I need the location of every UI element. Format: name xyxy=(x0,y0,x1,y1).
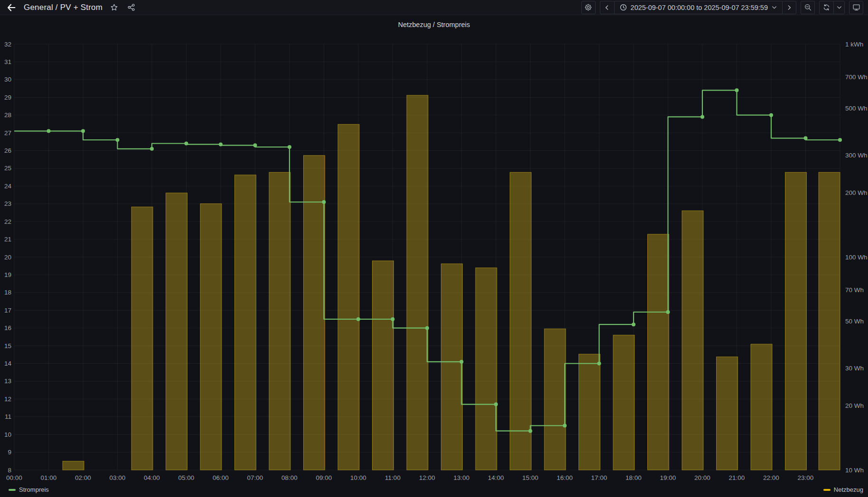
time-range-controls: 2025-09-07 00:00:00 to 2025-09-07 23:59:… xyxy=(600,1,796,14)
svg-text:19: 19 xyxy=(4,271,11,278)
star-icon xyxy=(110,3,118,11)
svg-text:20: 20 xyxy=(4,254,11,261)
chevron-down-icon xyxy=(836,4,842,10)
svg-text:17:00: 17:00 xyxy=(591,474,607,481)
magnifier-minus-icon xyxy=(804,3,812,11)
svg-text:10:00: 10:00 xyxy=(350,474,366,481)
refresh-icon xyxy=(822,3,831,11)
svg-text:29: 29 xyxy=(4,94,11,101)
svg-text:07:00: 07:00 xyxy=(247,474,263,481)
svg-text:04:00: 04:00 xyxy=(144,474,160,481)
monitor-icon xyxy=(852,3,860,11)
svg-text:12:00: 12:00 xyxy=(419,474,435,481)
svg-text:02:00: 02:00 xyxy=(75,474,91,481)
toolbar: General / PV + Strom xyxy=(0,0,868,15)
star-button[interactable] xyxy=(108,2,120,13)
svg-text:14: 14 xyxy=(4,360,12,367)
time-range-text: 2025-09-07 00:00:00 to 2025-09-07 23:59:… xyxy=(631,4,768,11)
svg-text:08:00: 08:00 xyxy=(281,474,298,481)
share-button[interactable] xyxy=(125,2,137,13)
svg-text:500 Wh: 500 Wh xyxy=(845,105,868,112)
svg-text:32: 32 xyxy=(4,41,11,48)
svg-text:16:00: 16:00 xyxy=(557,474,573,481)
svg-text:05:00: 05:00 xyxy=(178,474,195,481)
chevron-down-icon xyxy=(771,4,777,10)
breadcrumb[interactable]: General / PV + Strom xyxy=(24,3,103,12)
svg-text:18: 18 xyxy=(4,289,11,296)
time-range-picker-button[interactable]: 2025-09-07 00:00:00 to 2025-09-07 23:59:… xyxy=(614,1,782,14)
dashboard-settings-button[interactable] xyxy=(581,1,596,14)
svg-text:09:00: 09:00 xyxy=(316,474,332,481)
svg-text:26: 26 xyxy=(4,147,11,154)
right-axis-labels: 10 Wh20 Wh30 Wh50 Wh70 Wh100 Wh200 Wh300… xyxy=(845,41,868,474)
chevron-right-icon xyxy=(786,4,793,11)
svg-text:11:00: 11:00 xyxy=(385,474,401,481)
svg-text:00:00: 00:00 xyxy=(6,474,22,481)
svg-text:03:00: 03:00 xyxy=(110,474,126,481)
svg-text:30 Wh: 30 Wh xyxy=(845,365,864,372)
kiosk-mode-button[interactable] xyxy=(849,1,863,14)
svg-text:25: 25 xyxy=(4,165,11,172)
panel-title[interactable]: Netzbezug / Strompreis xyxy=(0,21,868,28)
svg-text:12: 12 xyxy=(4,396,11,403)
svg-text:9: 9 xyxy=(8,449,11,456)
svg-text:13:00: 13:00 xyxy=(454,474,470,481)
share-icon xyxy=(127,3,135,11)
legend-label-netzbezug: Netzbezug xyxy=(834,486,863,493)
legend-label-strompreis: Strompreis xyxy=(19,486,49,493)
svg-text:22: 22 xyxy=(4,218,11,225)
svg-text:15:00: 15:00 xyxy=(523,474,539,481)
svg-text:31: 31 xyxy=(4,58,11,65)
time-range-back-button[interactable] xyxy=(600,1,614,14)
svg-text:200 Wh: 200 Wh xyxy=(845,189,868,196)
svg-text:24: 24 xyxy=(4,183,12,190)
svg-text:16: 16 xyxy=(4,324,11,331)
netzbezug-series-swatch xyxy=(823,489,831,491)
zoom-out-button[interactable] xyxy=(801,1,815,14)
svg-text:700 Wh: 700 Wh xyxy=(845,74,868,81)
svg-text:06:00: 06:00 xyxy=(213,474,229,481)
chevron-left-icon xyxy=(604,4,610,11)
svg-text:15: 15 xyxy=(4,342,11,350)
chart-canvas[interactable]: 8910111213141516171819202122232425262728… xyxy=(0,0,868,497)
svg-text:21:00: 21:00 xyxy=(729,474,745,481)
svg-text:10: 10 xyxy=(4,431,11,438)
time-range-forward-button[interactable] xyxy=(782,1,796,14)
svg-text:14:00: 14:00 xyxy=(488,474,504,481)
svg-text:20:00: 20:00 xyxy=(694,474,710,481)
svg-text:19:00: 19:00 xyxy=(660,474,676,481)
svg-text:22:00: 22:00 xyxy=(763,474,779,481)
netzbezug-bars xyxy=(63,95,840,470)
refresh-controls xyxy=(819,1,845,14)
svg-text:23: 23 xyxy=(4,200,11,207)
svg-text:300 Wh: 300 Wh xyxy=(845,152,868,159)
gear-icon xyxy=(584,3,592,11)
left-axis-labels: 8910111213141516171819202122232425262728… xyxy=(4,41,12,474)
back-button[interactable] xyxy=(5,1,18,14)
refresh-button[interactable] xyxy=(819,1,833,14)
clock-icon xyxy=(619,3,627,11)
svg-text:20 Wh: 20 Wh xyxy=(845,402,864,409)
svg-text:28: 28 xyxy=(4,111,11,119)
svg-text:23:00: 23:00 xyxy=(798,474,814,481)
svg-text:18:00: 18:00 xyxy=(625,474,642,481)
svg-text:100 Wh: 100 Wh xyxy=(845,254,868,261)
svg-text:1 kWh: 1 kWh xyxy=(845,41,863,48)
legend-item-netzbezug[interactable]: Netzbezug xyxy=(823,486,863,493)
svg-text:50 Wh: 50 Wh xyxy=(845,318,864,325)
svg-text:30: 30 xyxy=(4,76,11,83)
refresh-interval-dropdown[interactable] xyxy=(833,1,845,14)
svg-text:17: 17 xyxy=(4,307,11,314)
svg-text:8: 8 xyxy=(8,467,11,474)
legend-item-strompreis[interactable]: Strompreis xyxy=(9,486,49,493)
x-axis-labels: 00:0001:0002:0003:0004:0005:0006:0007:00… xyxy=(6,474,813,481)
svg-text:70 Wh: 70 Wh xyxy=(845,286,864,294)
arrow-left-icon xyxy=(6,2,17,13)
svg-text:21: 21 xyxy=(4,236,11,243)
svg-text:13: 13 xyxy=(4,377,11,385)
svg-text:10 Wh: 10 Wh xyxy=(845,467,864,474)
svg-text:11: 11 xyxy=(5,413,11,420)
strompreis-series-swatch xyxy=(9,489,16,491)
svg-text:01:00: 01:00 xyxy=(41,474,57,481)
svg-text:27: 27 xyxy=(4,129,11,137)
